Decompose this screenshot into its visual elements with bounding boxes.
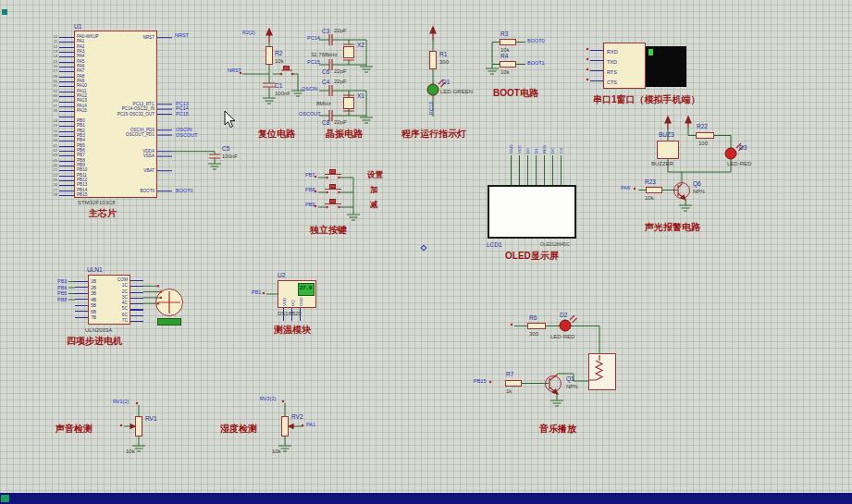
net-rv1-2: RV1(2): [113, 399, 129, 404]
rv1-wiper-arrow: [130, 424, 135, 429]
c3-value: 22pF: [334, 28, 347, 34]
net-boot0-chip: BOOT0: [176, 188, 193, 193]
d3-ref: D3: [739, 144, 747, 151]
u1-model: STM32F103C8: [78, 200, 116, 206]
net-pb1: PB1: [252, 289, 261, 295]
r23-ref: R23: [645, 178, 656, 185]
rv1-ref: RV1: [145, 415, 157, 422]
net-r2-2: R2(2): [242, 30, 255, 35]
q6-ref: Q6: [693, 180, 701, 187]
rv1-value: 10k: [126, 449, 135, 455]
terminal-pin-names: RXD TXD RTS CTS: [607, 47, 618, 88]
d2-ref: D2: [560, 312, 567, 318]
c1-value: 100nF: [275, 91, 290, 97]
net-nrst-chip: NRST: [175, 32, 189, 38]
c5-ref: C5: [222, 145, 229, 152]
status-bar: [0, 493, 852, 504]
caption-crystal: 晶振电路: [326, 129, 363, 140]
u1-pin-vbat: VBAT: [127, 168, 154, 173]
r2-ref: R2: [275, 50, 282, 56]
mouse-cursor: [225, 111, 235, 128]
r22-value: 100: [698, 141, 708, 147]
x2-value: 32.768kHz: [311, 52, 338, 58]
d2-value: LED-RED: [550, 334, 574, 340]
origin-marker: [2, 9, 7, 15]
net-oscout-chip: OSCOUT: [176, 132, 198, 138]
r6-ref: R6: [529, 314, 537, 321]
c4-ref: C4: [322, 79, 329, 85]
led-green-d1[interactable]: [427, 84, 438, 95]
oled-pin-res: RES: [542, 145, 547, 154]
c6-value: 22pF: [334, 68, 347, 75]
net-pc13-led: PC13: [428, 102, 434, 115]
u1-pins-vdd: VDDA VSSA: [127, 149, 154, 159]
ds18b20-pin-gnd: GND: [299, 297, 303, 306]
net-pc14: PC14: [307, 35, 320, 41]
c1-ref: C1: [275, 82, 282, 89]
d1-value: LED-GREEN: [440, 89, 473, 95]
u2-ref: U2: [278, 272, 285, 278]
net-oscout: OSCOUT: [299, 111, 321, 117]
rv2-value: 10k: [272, 449, 281, 455]
schematic-graphics: [0, 0, 852, 504]
c5-value: 100nF: [222, 154, 238, 160]
x2-ref: X2: [357, 42, 364, 48]
caption-reset: 复位电路: [258, 129, 295, 140]
caption-temp: 测温模块: [274, 325, 311, 336]
caption-main-chip: 主芯片: [89, 208, 117, 219]
c8-ref: C8: [322, 119, 329, 126]
u1-pin-boot0: BOOT0: [127, 189, 154, 193]
net-pb7: PB7: [305, 172, 315, 178]
caption-boot: BOOT电路: [493, 88, 538, 99]
net-pb9: PB9: [305, 202, 315, 207]
caption-oled: OLED显示屏: [505, 251, 559, 262]
net-nrst-reset: NRST: [228, 68, 241, 73]
net-boot1: BOOT1: [527, 60, 545, 66]
caption-stepper: 四项步进电机: [67, 336, 122, 347]
led-red-d3[interactable]: [725, 148, 736, 159]
net-pa6: PA6: [621, 185, 630, 191]
u1-ref: U1: [74, 23, 81, 30]
btn-minus-label: 减: [370, 201, 378, 210]
uln1-model: ULN2003A: [85, 327, 112, 334]
r7-value: 1k: [506, 388, 512, 395]
caption-music: 音乐播放: [539, 424, 576, 435]
r2-value: 10k: [275, 58, 284, 65]
buz3-ref: BUZ3: [659, 131, 674, 138]
r1-value: 300: [439, 59, 449, 66]
ds18b20-pin-dq: DQ: [290, 300, 295, 306]
net-pc15-chip: PC15: [176, 111, 189, 117]
net-rv2-2: RV2(2): [260, 396, 276, 401]
schematic-canvas: U110 11 12 13 14 15 16 17 29 30 31 32 33…: [0, 0, 852, 504]
oled-pin-d1: D1: [534, 148, 538, 154]
uln1-left-pins: 1B 2B 3B 4B 5B 6B 7B: [91, 279, 96, 322]
r1-ref: R1: [439, 51, 447, 57]
stepper-nets: PB3 PB4 PB5 PB8: [57, 278, 67, 302]
caption-serial: 串口1窗口（模拟手机端）: [593, 94, 700, 105]
led-red-d2[interactable]: [560, 320, 571, 331]
u2-model: DS18B20: [278, 311, 302, 317]
status-indicator: [1, 495, 9, 502]
r3-ref: R3: [500, 31, 508, 37]
c3-ref: C3: [322, 28, 329, 34]
oled-pin-vcc: VCC: [517, 145, 522, 154]
r23-value: 10k: [645, 195, 654, 202]
lcd1-model: OLED12864DC: [540, 242, 570, 247]
r22-ref: R22: [697, 123, 708, 129]
caption-run-led: 程序运行指示灯: [401, 129, 466, 140]
caption-humidity: 湿度检测: [220, 424, 257, 435]
uln1-ref: ULN1: [87, 266, 103, 273]
rv2-wiper-arrow: [289, 424, 293, 429]
caption-buttons: 独立按键: [310, 225, 347, 236]
u1-pins-osc: OSCIN_PD0 OSCOUT_PD1: [108, 128, 154, 138]
net-oscin: OSCIN: [302, 86, 317, 92]
u1-right-pin-stubs: [157, 38, 172, 191]
d3-value: LED-RED: [727, 161, 751, 167]
r7-ref: R7: [506, 371, 513, 377]
u1-pin-nrst: NRST: [132, 35, 154, 40]
r6-value: 300: [529, 331, 538, 338]
q1-ref: Q1: [566, 375, 574, 382]
c8-value: 22pF: [334, 119, 347, 126]
d1-ref: D1: [442, 79, 450, 85]
rv2-ref: RV2: [291, 413, 303, 420]
